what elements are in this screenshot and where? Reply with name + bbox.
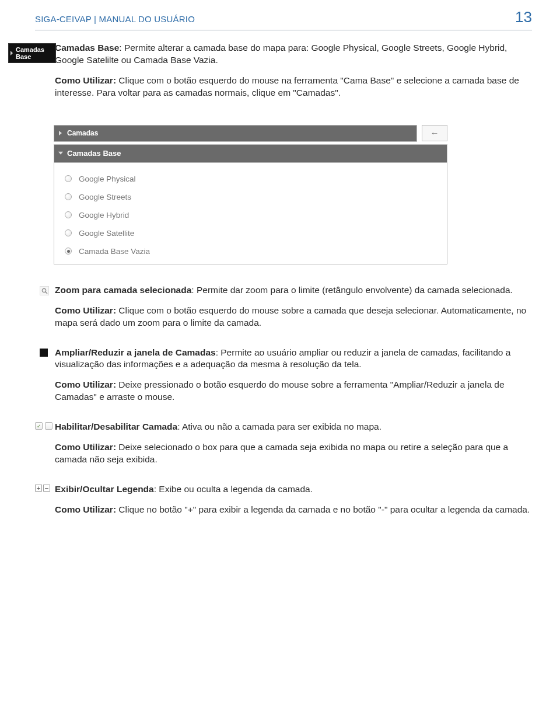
arrow-left-icon: ← xyxy=(430,128,439,137)
checkbox-checked-icon: ✓ xyxy=(35,422,43,430)
section-camadas-base: Camadas Base Camadas Base: Permite alter… xyxy=(8,42,532,107)
radio-icon xyxy=(65,229,72,236)
sec5-howto-label: Como Utilizar: xyxy=(55,504,116,514)
sec5-desc-text: : Exibe ou oculta a legenda da camada. xyxy=(154,484,313,494)
sec1-howto-label: Como Utilizar: xyxy=(55,75,116,85)
sec2-howto-text: Clique com o botão esquerdo do mouse sob… xyxy=(55,305,526,328)
page-header: SIGA-CEIVAP | MANUAL DO USUÁRIO 13 xyxy=(0,0,560,30)
section-habilitar-desabilitar: ✓ Habilitar/Desabilitar Camada: Ativa ou… xyxy=(8,421,532,466)
sec5-desc: Exibir/Ocultar Legenda: Exibe ou oculta … xyxy=(55,483,532,496)
sec4-title: Habilitar/Desabilitar Camada xyxy=(55,422,177,431)
svg-point-0 xyxy=(42,288,46,292)
sec2-howto-label: Como Utilizar: xyxy=(55,305,116,315)
sec3-desc: Ampliar/Reduzir a janela de Camadas: Per… xyxy=(55,347,532,371)
zoom-layer-icon xyxy=(40,286,49,295)
section-ampliar-reduzir: Ampliar/Reduzir a janela de Camadas: Per… xyxy=(8,347,532,404)
panel-body: Google Physical Google Streets Google Hy… xyxy=(54,163,447,264)
sec4-desc: Habilitar/Desabilitar Camada: Ativa ou n… xyxy=(55,421,532,433)
radio-option-1[interactable]: Google Streets xyxy=(65,188,436,206)
sec2-title: Zoom para camada selecionada xyxy=(55,285,191,295)
radio-option-4[interactable]: Camada Base Vazia xyxy=(65,242,436,260)
header-title: SIGA-CEIVAP | MANUAL DO USUÁRIO xyxy=(35,13,195,25)
checkbox-unchecked-icon xyxy=(45,422,52,430)
collapse-panel-button[interactable]: ← xyxy=(422,125,447,141)
radio-icon xyxy=(65,175,72,182)
sec5-title: Exibir/Ocultar Legenda xyxy=(55,484,154,494)
section-zoom-camada: Zoom para camada selecionada: Permite da… xyxy=(8,284,532,329)
section-exibir-ocultar-legenda: + − Exibir/Ocultar Legenda: Exibe ou ocu… xyxy=(8,483,532,516)
panel-header-camadas-base[interactable]: Camadas Base xyxy=(54,145,447,162)
radio-icon xyxy=(65,211,72,218)
svg-line-1 xyxy=(46,292,47,294)
resize-handle-icon xyxy=(40,349,48,357)
radio-option-3[interactable]: Google Satellite xyxy=(65,224,436,242)
sec4-howto: Como Utilizar: Deixe selecionado o box p… xyxy=(55,441,532,466)
sec3-howto-text: Deixe pressionado o botão esquerdo do mo… xyxy=(55,379,505,402)
radio-option-0[interactable]: Google Physical xyxy=(65,170,436,188)
radio-icon xyxy=(65,193,72,200)
sec1-howto: Como Utilizar: Clique com o botão esquer… xyxy=(55,75,532,99)
layers-panel-screenshot: Camadas ← Camadas Base Google Physical G… xyxy=(54,125,447,264)
minus-icon: − xyxy=(43,485,50,492)
sec2-howto: Como Utilizar: Clique com o botão esquer… xyxy=(55,305,532,329)
sec1-howto-text: Clique com o botão esquerdo do mouse na … xyxy=(55,75,519,97)
sec1-desc-text: : Permite alterar a camada base do mapa … xyxy=(55,43,507,65)
sec2-desc-text: : Permite dar zoom para o limite (retâng… xyxy=(191,285,513,295)
radio-label: Google Streets xyxy=(79,193,131,201)
sec2-desc: Zoom para camada selecionada: Permite da… xyxy=(55,284,532,297)
page-number: 13 xyxy=(515,7,532,27)
sec5-howto: Como Utilizar: Clique no botão "+" para … xyxy=(55,504,532,516)
panel-header-camadas[interactable]: Camadas xyxy=(54,126,416,141)
checkbox-pair-icon: ✓ xyxy=(35,422,55,430)
sec4-howto-label: Como Utilizar: xyxy=(55,442,116,452)
sec3-title: Ampliar/Reduzir a janela de Camadas xyxy=(55,347,216,357)
sec1-title: Camadas Base xyxy=(55,43,119,53)
radio-label: Camada Base Vazia xyxy=(79,247,150,256)
plus-minus-pair-icon: + − xyxy=(35,485,55,492)
sec4-howto-text: Deixe selecionado o box para que a camad… xyxy=(55,442,508,464)
camadas-base-button-icon: Camadas Base xyxy=(8,43,56,63)
radio-label: Google Physical xyxy=(79,175,136,183)
radio-label: Google Satellite xyxy=(79,229,134,238)
plus-icon: + xyxy=(35,485,42,492)
sec3-howto-label: Como Utilizar: xyxy=(55,379,116,389)
radio-label: Google Hybrid xyxy=(79,211,129,220)
sec5-howto-text: Clique no botão "+" para exibir a legend… xyxy=(116,504,530,514)
sec4-desc-text: : Ativa ou não a camada para ser exibida… xyxy=(177,422,382,431)
sec3-howto: Como Utilizar: Deixe pressionado o botão… xyxy=(55,379,532,403)
radio-option-2[interactable]: Google Hybrid xyxy=(65,206,436,224)
sec1-desc: Camadas Base: Permite alterar a camada b… xyxy=(55,42,532,67)
header-divider xyxy=(35,30,532,30)
radio-icon-selected xyxy=(65,248,72,255)
